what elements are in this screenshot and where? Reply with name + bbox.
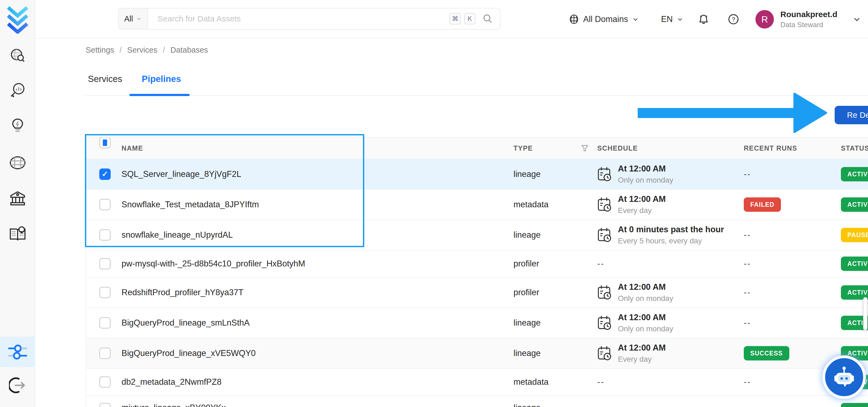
breadcrumb-databases[interactable]: Databases xyxy=(170,45,208,55)
schedule-calendar-icon xyxy=(597,197,612,213)
sidebar-item-logout[interactable] xyxy=(0,370,35,401)
recent-runs-cell: -- xyxy=(744,377,751,387)
schedule-calendar-icon xyxy=(597,315,612,331)
explore-search-icon xyxy=(9,47,26,64)
table-row[interactable]: snowflake_lineage_nUpyrdAL lineage At 0 … xyxy=(86,220,868,250)
recent-run-badge[interactable]: SUCCESS xyxy=(744,346,789,361)
table-row[interactable]: SQL_Server_lineage_8YjVgF2L lineage At 1… xyxy=(86,159,868,190)
sidebar-item-govern[interactable] xyxy=(0,183,35,214)
status-cell: ACTIVE xyxy=(841,167,868,182)
schedule-text: At 12:00 AMOnly on monday xyxy=(618,164,673,185)
row-checkbox[interactable] xyxy=(99,317,111,328)
active-tab-indicator xyxy=(129,94,190,96)
table-row[interactable]: Snowflake_Test_metadata_8JPYIftm metadat… xyxy=(86,190,868,220)
breadcrumb-settings[interactable]: Settings xyxy=(86,45,114,55)
recent-runs-cell: -- xyxy=(744,230,751,240)
notifications-button[interactable] xyxy=(698,0,710,38)
table-row[interactable]: RedshiftProd_profiler_hY8ya37T profiler … xyxy=(86,278,868,308)
chevron-down-icon xyxy=(136,16,142,22)
tab-services[interactable]: Services xyxy=(86,74,124,84)
breadcrumb-separator: / xyxy=(163,45,165,55)
scrollbar-thumb[interactable] xyxy=(863,297,867,330)
sidebar-item-observability[interactable] xyxy=(0,75,35,105)
pipeline-name[interactable]: pw-mysql-with-_25-d8b54c10_profiler_HxBo… xyxy=(122,259,305,269)
status-cell: ACTIVE xyxy=(841,257,868,271)
column-header-status[interactable]: STATUS xyxy=(841,144,868,152)
user-menu[interactable]: Rounakpreet.d Data Steward xyxy=(780,0,837,38)
recent-runs-cell: -- xyxy=(744,288,751,298)
language-dropdown[interactable]: EN xyxy=(661,0,683,38)
row-checkbox[interactable] xyxy=(99,348,111,359)
chevron-down-icon xyxy=(632,16,639,23)
table-row[interactable]: pw-mysql-with-_25-d8b54c10_profiler_HxBo… xyxy=(86,250,868,278)
domains-label: All Domains xyxy=(583,14,628,24)
user-menu-caret[interactable] xyxy=(853,0,861,38)
search-scope-dropdown[interactable]: All xyxy=(119,8,148,29)
table-header-row: NAME TYPE SCHEDULE RECENT RUNS STATUS xyxy=(86,137,868,159)
row-checkbox[interactable] xyxy=(99,168,111,180)
schedule-calendar-icon xyxy=(597,345,612,361)
search-icon[interactable] xyxy=(483,13,493,24)
top-navbar: All ⌘ K All Domains EN xyxy=(35,0,868,38)
recent-run-badge[interactable]: FAILED xyxy=(744,197,781,212)
help-button[interactable]: ? xyxy=(728,0,739,38)
domains-dropdown[interactable]: All Domains xyxy=(569,0,639,38)
pipeline-name[interactable]: Snowflake_Test_metadata_8JPYIftm xyxy=(122,200,259,210)
pipeline-name[interactable]: BigQueryProd_lineage_xVE5WQY0 xyxy=(122,348,256,358)
pipeline-name[interactable]: mixture_lineage_xBY00YKx xyxy=(122,403,226,407)
open-book-icon xyxy=(8,225,27,243)
pipeline-name[interactable]: BigQueryProd_lineage_smLnSthA xyxy=(122,318,250,328)
status-badge: ACTIVE xyxy=(841,167,868,182)
svg-text:?: ? xyxy=(732,16,735,23)
sidebar-item-explore[interactable] xyxy=(0,40,35,71)
table-row[interactable]: mixture_lineage_xBY00YKx lineage ACTIVE xyxy=(86,396,868,407)
breadcrumb-services[interactable]: Services xyxy=(127,45,157,55)
chatbot-button[interactable] xyxy=(823,355,866,399)
pipeline-schedule: -- xyxy=(597,259,604,269)
pipeline-schedule: At 12:00 AMEvery day xyxy=(597,194,665,215)
sidebar-item-domains[interactable] xyxy=(0,148,35,178)
table-row[interactable]: BigQueryProd_lineage_xVE5WQY0 lineage At… xyxy=(86,338,868,369)
tab-pipelines[interactable]: Pipelines xyxy=(140,74,183,84)
table-row[interactable]: BigQueryProd_lineage_smLnSthA lineage At… xyxy=(86,308,868,338)
row-checkbox[interactable] xyxy=(99,229,111,241)
openmetadata-logo[interactable] xyxy=(0,4,35,34)
column-header-type[interactable]: TYPE xyxy=(514,144,533,152)
status-badge: ACTIVE xyxy=(841,257,868,271)
pipeline-name[interactable]: snowflake_lineage_nUpyrdAL xyxy=(122,230,233,240)
row-checkbox[interactable] xyxy=(99,287,111,298)
select-all-checkbox[interactable] xyxy=(99,137,111,149)
table-row[interactable]: db2_metadata_2NwmfPZ8 metadata -- -- ACT… xyxy=(86,369,868,396)
question-circle-icon: ? xyxy=(728,13,739,25)
status-badge: ACTIVE xyxy=(841,197,868,212)
pipeline-name[interactable]: RedshiftProd_profiler_hY8ya37T xyxy=(122,288,244,298)
schedule-calendar-icon xyxy=(597,285,612,301)
search-input[interactable] xyxy=(148,14,450,23)
language-label: EN xyxy=(661,14,673,24)
pipeline-type: lineage xyxy=(514,403,540,407)
table-body: SQL_Server_lineage_8YjVgF2L lineage At 1… xyxy=(86,159,868,407)
row-checkbox[interactable] xyxy=(99,199,111,210)
row-checkbox[interactable] xyxy=(99,403,111,407)
sidebar-item-knowledge[interactable] xyxy=(0,219,35,249)
column-header-name[interactable]: NAME xyxy=(122,144,143,152)
row-checkbox[interactable] xyxy=(99,258,111,270)
globe-grid-icon xyxy=(8,154,27,171)
row-checkbox[interactable] xyxy=(99,376,111,388)
type-filter-icon[interactable] xyxy=(581,144,589,152)
user-role: Data Steward xyxy=(780,21,823,29)
user-avatar[interactable]: R xyxy=(755,0,774,38)
pipeline-name[interactable]: SQL_Server_lineage_8YjVgF2L xyxy=(122,169,241,179)
tab-bar: Services Pipelines xyxy=(86,74,183,84)
column-header-recent-runs[interactable]: RECENT RUNS xyxy=(744,144,797,152)
pipeline-type: lineage xyxy=(514,230,540,240)
bank-icon xyxy=(9,190,27,207)
schedule-text: At 12:00 AMOnly on monday xyxy=(618,282,673,303)
column-header-schedule[interactable]: SCHEDULE xyxy=(597,144,638,152)
pipeline-name[interactable]: db2_metadata_2NwmfPZ8 xyxy=(122,377,222,387)
sidebar-item-insights[interactable] xyxy=(0,110,35,140)
pipeline-type: lineage xyxy=(514,169,540,179)
sidebar-item-settings[interactable] xyxy=(0,337,35,367)
chevron-down-icon xyxy=(853,15,861,23)
redeploy-button[interactable]: Re Deploy xyxy=(835,106,868,124)
